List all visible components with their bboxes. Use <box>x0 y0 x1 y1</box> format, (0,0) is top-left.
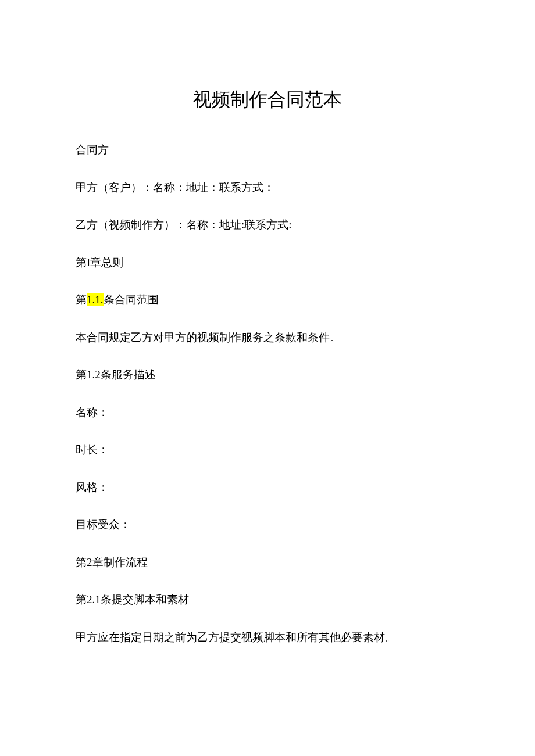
field-target-audience: 目标受众： <box>76 517 459 533</box>
chapter-1-heading: 第I章总则 <box>76 255 459 271</box>
field-duration: 时长： <box>76 442 459 458</box>
clause-1-1-body: 本合同规定乙方对甲方的视频制作服务之条款和条件。 <box>76 329 459 346</box>
clause-number-highlighted: 1.1. <box>87 293 104 306</box>
contract-parties-heading: 合同方 <box>76 142 459 159</box>
party-a-info: 甲方（客户）：名称：地址：联系方式： <box>76 180 459 196</box>
clause-suffix: 条合同范围 <box>104 293 159 306</box>
field-name: 名称： <box>76 404 459 421</box>
document-title: 视频制作合同范本 <box>76 87 459 113</box>
clause-2-1-body: 甲方应在指定日期之前为乙方提交视频脚本和所有其他必要素材。 <box>76 629 459 646</box>
clause-2-1-heading: 第2.1条提交脚本和素材 <box>76 592 459 608</box>
clause-1-1-heading: 第1.1.条合同范围 <box>76 292 459 309</box>
clause-1-2-heading: 第1.2条服务描述 <box>76 367 459 384</box>
clause-prefix: 第 <box>76 293 87 306</box>
party-b-info: 乙方（视频制作方）：名称：地址:联系方式: <box>76 217 459 234</box>
field-style: 风格： <box>76 479 459 496</box>
chapter-2-heading: 第2章制作流程 <box>76 554 459 571</box>
